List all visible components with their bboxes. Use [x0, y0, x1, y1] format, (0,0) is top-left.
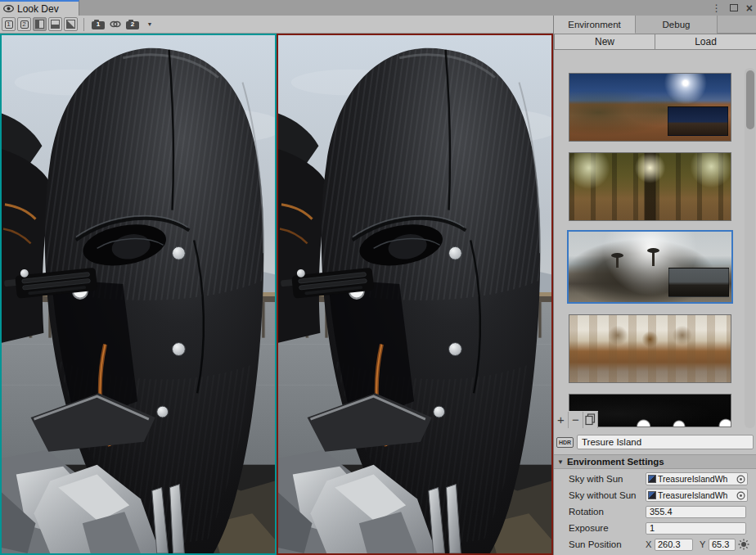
row-sun-position: Sun Position X 260.3 Y 65.3 [554, 536, 756, 553]
load-button-label: Load [695, 36, 717, 47]
load-button[interactable]: Load [655, 34, 756, 50]
sun-x-field[interactable]: 260.3 [655, 539, 693, 551]
hdri-thumbnail-treasure-island[interactable] [567, 230, 733, 304]
duplicate-hdri-button[interactable] [583, 412, 598, 428]
exposure-label: Exposure [569, 523, 609, 533]
hdri-thumbnail-forest[interactable] [569, 152, 731, 221]
row-sky-without-sun: Sky without Sun TreasureIslandWh [554, 487, 756, 503]
lookdev-toolbar: 1 2 1 [0, 16, 553, 34]
palm-tree-silhouette [652, 251, 655, 266]
link-icon [110, 20, 121, 28]
sun-y-field[interactable]: 65.3 [709, 539, 736, 551]
sun-position-label: Sun Position [569, 539, 622, 549]
camera-2-button[interactable]: 2 [124, 17, 141, 31]
remove-hdri-button[interactable]: − [569, 412, 583, 428]
sun-x-label: X [646, 539, 651, 549]
rotation-label: Rotation [569, 507, 604, 517]
camera-1-label: 1 [90, 21, 106, 28]
tab-environment[interactable]: Environment [554, 16, 636, 34]
exposure-value: 1 [650, 523, 655, 533]
split-horizontal-icon [51, 20, 60, 29]
row-exposure: Exposure 1 [554, 520, 756, 536]
palm-tree-silhouette [616, 256, 619, 268]
tab-debug-label: Debug [663, 20, 691, 29]
window-menu-icon[interactable]: ⋮ [712, 3, 722, 13]
sun-y-value: 65.3 [712, 539, 729, 549]
hdr-badge: HDR [556, 437, 574, 448]
hdr-name-row: HDR Tresure Island [554, 434, 756, 450]
sun-x-value: 260.3 [658, 539, 681, 549]
tab-debug[interactable]: Debug [636, 16, 718, 34]
sky-without-sun-value: TreasureIslandWh [658, 490, 727, 500]
eye-icon [3, 5, 14, 12]
object-picker-icon[interactable] [736, 474, 746, 485]
single-view-2-label: 2 [20, 20, 29, 29]
new-button-label: New [595, 36, 614, 47]
chevron-down-icon: ▼ [147, 21, 153, 27]
exposure-field[interactable]: 1 [646, 522, 746, 535]
tab-environment-label: Environment [568, 20, 621, 29]
environment-panel: Environment Debug New Load [553, 16, 756, 555]
hdri-thumbnail-desert[interactable] [569, 73, 731, 142]
hdri-inset-preview [668, 268, 729, 297]
single-view-1-label: 1 [5, 20, 13, 29]
object-picker-icon[interactable] [736, 490, 746, 501]
sky-without-sun-object-field[interactable]: TreasureIslandWh [646, 489, 748, 502]
rotation-field[interactable]: 355.4 [646, 506, 746, 518]
lookdev-tab[interactable]: Look Dev [0, 0, 79, 16]
close-icon[interactable]: × [746, 2, 753, 14]
split-diagonal-icon [66, 20, 75, 29]
minus-icon: − [572, 413, 579, 426]
sky-without-sun-label: Sky without Sun [569, 490, 636, 500]
render-view-2[interactable] [277, 34, 553, 555]
thumbnail-scrollbar[interactable] [745, 68, 755, 428]
environment-settings-title: Environment Settings [567, 457, 664, 467]
environment-settings-header[interactable]: ▼ Environment Settings [554, 454, 756, 469]
single-view-1-button[interactable]: 1 [2, 17, 16, 31]
link-cameras-button[interactable] [109, 17, 122, 31]
lookdev-window: Look Dev ⋮ × 1 2 1 [0, 0, 756, 555]
camera-2-label: 2 [124, 21, 141, 28]
row-sky-with-sun: Sky with Sun TreasureIslandWh [554, 471, 756, 487]
single-view-2-button[interactable]: 2 [17, 17, 31, 31]
foldout-triangle-icon: ▼ [557, 458, 564, 466]
hdri-list-toolbar: + − [554, 411, 598, 428]
split-vertical-icon [35, 20, 44, 29]
sun-y-label: Y [700, 539, 705, 549]
texture-thumb-icon [648, 491, 656, 499]
split-vertical-button[interactable] [33, 17, 47, 31]
render-view-1[interactable] [0, 34, 277, 555]
panel-tab-bar: Environment Debug [554, 16, 756, 34]
maximize-icon[interactable] [730, 4, 738, 11]
plus-icon: + [557, 413, 565, 426]
hdri-thumbnail-church[interactable] [569, 314, 731, 383]
hdr-name-value: Tresure Island [582, 437, 641, 447]
sun-icon [738, 539, 749, 550]
sky-with-sun-value: TreasureIslandWh [658, 474, 727, 484]
sky-with-sun-object-field[interactable]: TreasureIslandWh [646, 472, 748, 485]
hdri-inset-preview [668, 106, 728, 136]
camera-options-dropdown[interactable]: ▼ [143, 17, 156, 31]
titlebar: Look Dev ⋮ × [0, 0, 756, 16]
window-title: Look Dev [17, 3, 59, 15]
duplicate-icon [585, 413, 596, 426]
lookdev-viewport [0, 34, 553, 555]
toolbar-separator [83, 18, 84, 31]
split-horizontal-button[interactable] [48, 17, 62, 31]
env-actions: New Load [554, 34, 756, 50]
sky-with-sun-label: Sky with Sun [569, 474, 623, 484]
texture-thumb-icon [648, 475, 656, 483]
add-hdri-button[interactable]: + [554, 412, 569, 428]
split-diagonal-button[interactable] [64, 17, 78, 31]
sun-position-gizmo-button[interactable] [737, 538, 750, 551]
scrollbar-thumb[interactable] [746, 70, 754, 129]
new-button[interactable]: New [554, 34, 655, 50]
hdr-name-field[interactable]: Tresure Island [577, 435, 754, 449]
hdri-library: + − HDR Tresure Island [554, 50, 756, 555]
camera-1-button[interactable]: 1 [90, 17, 106, 31]
row-rotation: Rotation 355.4 [554, 503, 756, 520]
rotation-value: 355.4 [650, 507, 673, 517]
